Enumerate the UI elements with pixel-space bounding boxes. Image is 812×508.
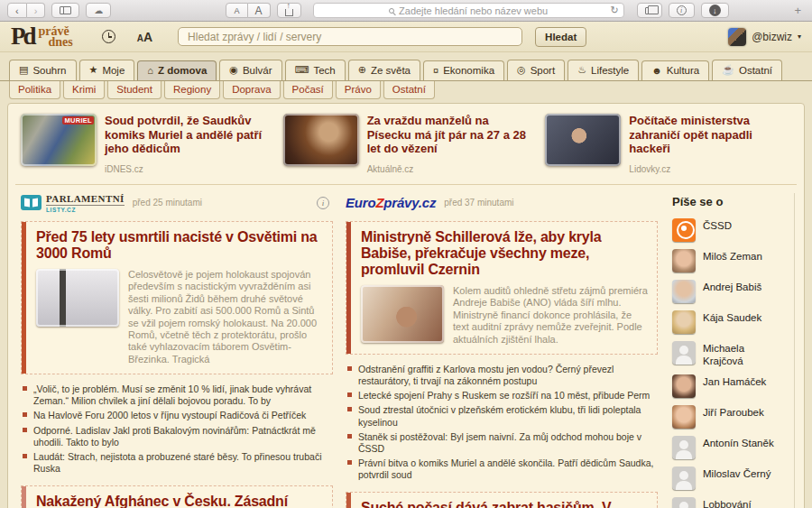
topic-item[interactable]: Lobbování	[672, 497, 787, 508]
top-story[interactable]: Počítače ministerstva zahraničí opět nap…	[545, 114, 791, 174]
sidebar-icon	[60, 6, 71, 14]
headline-link[interactable]: Odporné. Ladislav Jakl proti Bakalovým n…	[23, 425, 331, 448]
user-menu[interactable]: @bizwiz ▾	[728, 28, 801, 46]
secondary-tab[interactable]: Počasí	[283, 81, 333, 99]
sidebar-toggle-button[interactable]	[51, 3, 79, 18]
article-headline[interactable]: Suché počasí dává zabrat hasičům. V červ…	[361, 500, 648, 508]
topic-item[interactable]: Jan Hamáček	[672, 374, 787, 398]
headline-link[interactable]: Letecké spojení Prahy s Ruskem se rozšíř…	[347, 390, 656, 402]
topic-item[interactable]: Kája Saudek	[672, 310, 787, 334]
tab-overview-button[interactable]	[637, 3, 662, 18]
secondary-tab[interactable]: Doprava	[223, 81, 280, 99]
info-icon[interactable]: i	[317, 197, 329, 209]
primary-tab[interactable]: ⌨ Tech	[285, 60, 346, 80]
new-tab-button[interactable]: +	[790, 4, 805, 17]
topic-item[interactable]: Jiří Paroubek	[672, 405, 787, 429]
headline-link[interactable]: Laudát: Strach, nejistota a probuzené st…	[23, 451, 331, 475]
top-story[interactable]: Za vraždu manželů na Písecku má jít pár …	[283, 114, 530, 174]
parlamentni-listy-logo[interactable]: PARLAMENTNÍ LISTY.CZ	[21, 193, 125, 213]
primary-tab[interactable]: ◉ Bulvár	[219, 60, 281, 80]
primary-tab[interactable]: ◎ Sport	[507, 60, 565, 80]
secondary-tab[interactable]: Student	[107, 81, 161, 99]
reload-icon[interactable]: ↻	[611, 5, 619, 16]
story-thumbnail[interactable]	[545, 114, 621, 166]
large-a: A	[143, 30, 152, 44]
thumbnail-caption: MURIEL	[62, 116, 94, 125]
secondary-tab[interactable]: Politika	[9, 81, 60, 99]
back-button[interactable]: ‹	[7, 3, 27, 18]
secondary-tab[interactable]: Krimi	[63, 81, 105, 99]
tab-label: Tech	[313, 65, 335, 76]
topic-item[interactable]: Andrej Babiš	[672, 280, 787, 303]
address-bar[interactable]: Zadejte hledání nebo název webu ↻	[313, 3, 624, 18]
story-thumbnail[interactable]	[283, 114, 359, 166]
reader-info-button[interactable]: i	[669, 3, 695, 18]
secondary-tab[interactable]: Právo	[336, 81, 381, 99]
icloud-tabs-button[interactable]: ☁	[86, 3, 111, 18]
article-card[interactable]: Nakažený Afghánec v Česku. Zásadní infor…	[21, 485, 333, 508]
headline-link[interactable]: Staněk si postěžoval: Byl jsem naivní. Z…	[347, 431, 656, 455]
story-text: Za vraždu manželů na Písecku má jít pár …	[367, 114, 530, 174]
site-search-input[interactable]	[178, 27, 522, 46]
primary-tab[interactable]: ▤ Souhrn	[9, 60, 77, 80]
site-logo[interactable]: Pd právě dnes	[11, 24, 73, 49]
news-section: Před 75 lety usmrtili nacisté v Osvětimi…	[21, 221, 333, 475]
primary-tab[interactable]: ☕ Ostatní	[712, 60, 782, 80]
star-icon: ★	[89, 64, 98, 76]
topic-item[interactable]: Michaela Krajčová	[672, 341, 787, 368]
tab-label: Ekonomika	[443, 65, 494, 76]
top-story[interactable]: MURIEL Soud potvrdil, že Saudkův komiks …	[21, 114, 267, 174]
story-headline[interactable]: Počítače ministerstva zahraničí opět nap…	[629, 114, 791, 156]
topic-item[interactable]: Miloslav Černý	[672, 466, 787, 490]
story-headline[interactable]: Za vraždu manželů na Písecku má jít pár …	[367, 114, 530, 156]
headline-link[interactable]: Právní bitva o komiks Muriel a andělé sk…	[347, 457, 656, 481]
open-book-icon	[21, 195, 42, 210]
forward-button[interactable]: ›	[27, 3, 46, 18]
topic-item[interactable]: Antonín Staněk	[672, 436, 787, 459]
eurozpravy-logo[interactable]: EuroZprávy.cz	[346, 195, 436, 210]
tab-label: Z domova	[158, 65, 207, 76]
text-size-button[interactable]: AA	[137, 29, 152, 45]
article-headline[interactable]: Před 75 lety usmrtili nacisté v Osvětimi…	[36, 229, 323, 262]
primary-tab[interactable]: ☻ Kultura	[641, 60, 709, 80]
primary-tab[interactable]: ¤ Ekonomika	[423, 60, 504, 80]
article-headline[interactable]: Nakažený Afghánec v Česku. Zásadní infor…	[36, 494, 323, 508]
main-area: PARLAMENTNÍ LISTY.CZ před 25 minutami i	[15, 185, 797, 508]
decrease-font-button[interactable]: A	[226, 3, 247, 18]
topic-name: Jan Hamáček	[703, 374, 766, 398]
share-button[interactable]	[277, 3, 301, 18]
article-headline[interactable]: Ministryně Schillerová lže, aby kryla Ba…	[361, 229, 648, 278]
couch-icon: ♨	[577, 64, 586, 76]
tab-label: Bulvár	[243, 65, 272, 76]
bullet-icon	[23, 428, 27, 432]
topic-name: Kája Saudek	[703, 310, 761, 334]
search-icon	[389, 8, 394, 14]
history-clock-icon[interactable]	[102, 30, 115, 43]
topic-item[interactable]: ČSSD	[672, 218, 787, 242]
increase-font-button[interactable]: A	[248, 3, 271, 18]
downloads-button[interactable]: ↓	[701, 3, 729, 18]
avatar	[672, 497, 696, 508]
search-submit-button[interactable]: Hledat	[535, 27, 586, 47]
story-thumbnail[interactable]: MURIEL	[21, 114, 97, 166]
secondary-tab[interactable]: Ostatní	[383, 81, 435, 99]
headline-link[interactable]: Soud ztrestal útočnici v plzeňském eroti…	[347, 404, 656, 428]
article-thumbnail[interactable]	[36, 269, 119, 327]
headline-link[interactable]: „Volič, to je problém. Musí se změnit 10…	[23, 383, 331, 407]
article-card[interactable]: Suché počasí dává zabrat hasičům. V červ…	[346, 492, 658, 508]
primary-tab[interactable]: ⊕ Ze světa	[348, 60, 420, 80]
headline-link[interactable]: Na Havlově Foru 2000 letos v říjnu vysto…	[23, 410, 331, 421]
article-thumbnail[interactable]	[361, 285, 444, 343]
article-card[interactable]: Ministryně Schillerová lže, aby kryla Ba…	[346, 221, 658, 355]
headline-link[interactable]: Odstranění graffiti z Karlova mostu jen …	[347, 364, 656, 387]
primary-tab[interactable]: ♨ Lifestyle	[567, 60, 639, 80]
story-text: Soud potvrdil, že Saudkův komiks Muriel …	[105, 114, 267, 174]
primary-tab[interactable]: ⌂ Z domova	[137, 60, 217, 80]
topic-item[interactable]: Miloš Zeman	[672, 249, 787, 272]
primary-tab[interactable]: ★ Moje	[79, 60, 135, 80]
secondary-tab[interactable]: Regiony	[164, 81, 220, 99]
article-card[interactable]: Před 75 lety usmrtili nacisté v Osvětimi…	[21, 221, 333, 374]
topic-name: Michaela Krajčová	[703, 341, 787, 368]
story-headline[interactable]: Soud potvrdil, že Saudkův komiks Muriel …	[105, 114, 267, 156]
site-header: Pd právě dnes AA Hledat @bizwiz ▾	[0, 22, 812, 52]
